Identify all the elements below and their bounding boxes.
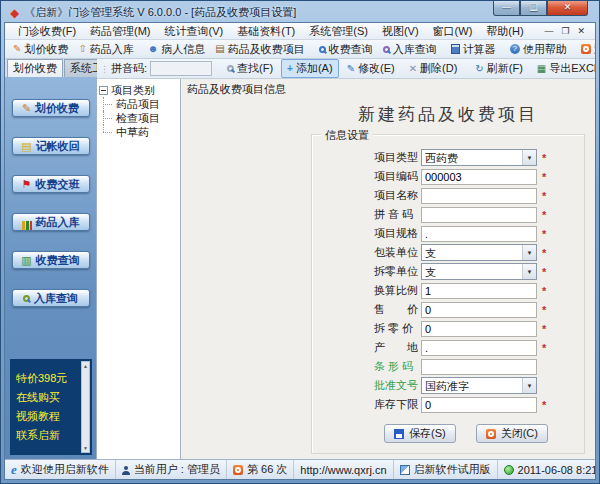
- minimize-button[interactable]: —: [493, 1, 520, 16]
- sidebar-charge-query-button[interactable]: ▥ 收费查询: [12, 251, 90, 269]
- scroll-up-icon[interactable]: ▲: [83, 363, 88, 369]
- item-type-select[interactable]: 西药费 ▼: [421, 149, 537, 166]
- mdi-minimize-button[interactable]: —: [544, 25, 553, 37]
- window-title: 《启新》门诊管理系统 V 6.0.0.0 - [药品及收费项目设置]: [24, 5, 296, 20]
- stock-lower-limit-input[interactable]: [421, 397, 537, 413]
- item-code-input[interactable]: [421, 169, 537, 185]
- sidebar-charge-shift-button[interactable]: ⚑ 收费交班: [12, 175, 90, 193]
- item-name-input[interactable]: [421, 188, 537, 204]
- menu-outpatient-charge[interactable]: 门诊收费(F): [11, 23, 83, 40]
- menu-window[interactable]: 窗口(W): [426, 23, 480, 40]
- toolbar-drug-charge-items-button[interactable]: ▤ 药品及收费项目: [210, 41, 309, 58]
- form-row: 批准文号 国药准字 ▼: [374, 376, 584, 395]
- status-website: http://www.qxrj.cn: [294, 460, 393, 479]
- promo-link-buy-online[interactable]: 在线购买: [16, 388, 78, 407]
- toolbar-grip: ⋮: [100, 64, 108, 74]
- retail-price-input[interactable]: [421, 321, 537, 337]
- save-button[interactable]: 保存(S): [384, 424, 456, 443]
- form-row: 拆 零 价 *: [374, 319, 584, 338]
- toolbar-help-button[interactable]: ? 使用帮助: [505, 41, 572, 58]
- menu-base-data[interactable]: 基础资料(T): [230, 23, 302, 40]
- pinyin-search-input[interactable]: [150, 61, 212, 76]
- chevron-down-icon[interactable]: ▼: [522, 245, 536, 260]
- promo-link-price[interactable]: 特价398元: [16, 369, 78, 388]
- tree-root-item[interactable]: 项目类别: [99, 83, 178, 97]
- toolbar-patient-info-button[interactable]: ☻ 病人信息: [143, 41, 211, 58]
- sidebar-pricing-charge-button[interactable]: ✎ 划价收费: [12, 99, 90, 117]
- promo-link-video-tutorial[interactable]: 视频教程: [16, 407, 78, 426]
- form-row: 项目编码 *: [374, 167, 584, 186]
- chevron-down-icon[interactable]: ▼: [522, 264, 536, 279]
- help-icon: ?: [510, 44, 520, 54]
- website-link[interactable]: http://www.qxrj.cn: [300, 464, 386, 476]
- sidebar-credit-recovery-button[interactable]: ▤ 记帐收回: [12, 137, 90, 155]
- required-asterisk: *: [542, 190, 546, 202]
- new-item-form: 新建药品及收费项目 信息设置 项目类型 西药费 ▼ *: [311, 103, 585, 454]
- close-button[interactable]: ✕: [547, 1, 588, 16]
- maximize-button[interactable]: ❑: [520, 1, 547, 16]
- chart-bars-icon: [22, 221, 32, 230]
- scroll-down-icon[interactable]: ▼: [83, 445, 88, 451]
- toolbar-inbound-query-button[interactable]: 入库查询: [378, 41, 442, 58]
- form-row: 库存下限 *: [374, 395, 584, 414]
- tree-item-exam[interactable]: 检查项目: [103, 111, 178, 125]
- chevron-down-icon[interactable]: ▼: [522, 378, 536, 393]
- sidebar-inbound-query-button[interactable]: 入库查询: [12, 289, 90, 307]
- catalog-book-icon: ▤: [215, 44, 224, 54]
- package-unit-select[interactable]: 支 ▼: [421, 244, 537, 261]
- toolbar-pricing-charge-button[interactable]: ✎ 划价收费: [8, 41, 73, 58]
- required-asterisk: *: [542, 209, 546, 221]
- tab-pricing-charge[interactable]: 划价收费: [7, 59, 63, 77]
- menu-help[interactable]: 帮助(H): [479, 23, 530, 40]
- chevron-down-icon[interactable]: ▼: [522, 150, 536, 165]
- form-row: 项目名称 *: [374, 186, 584, 205]
- promo-link-contact[interactable]: 联系启新: [16, 426, 78, 445]
- item-spec-input[interactable]: [421, 226, 537, 242]
- search-icon: [319, 46, 326, 53]
- required-asterisk: *: [542, 304, 546, 316]
- barcode-input[interactable]: [421, 359, 537, 375]
- sale-price-input[interactable]: [421, 302, 537, 318]
- approval-number-select[interactable]: 国药准字 ▼: [421, 377, 537, 394]
- export-excel-button[interactable]: ▦ 导出EXCEL: [531, 59, 596, 78]
- form-row: 产 地 *: [374, 338, 584, 357]
- search-icon: [23, 295, 30, 302]
- menu-view[interactable]: 视图(V): [375, 23, 426, 40]
- form-row: 条 形 码: [374, 357, 584, 376]
- info-settings-group: 信息设置 项目类型 西药费 ▼ *: [311, 134, 585, 454]
- origin-input[interactable]: [421, 340, 537, 356]
- pinyin-code-input[interactable]: [421, 207, 537, 223]
- mdi-close-button[interactable]: ✕: [577, 25, 585, 37]
- menu-system-management[interactable]: 系统管理(S): [302, 23, 375, 40]
- required-asterisk: *: [542, 228, 546, 240]
- menu-drug-management[interactable]: 药品管理(M): [83, 23, 158, 40]
- status-welcome: e 欢迎使用启新软件: [5, 460, 116, 479]
- find-button[interactable]: 查找(F): [221, 59, 279, 78]
- retail-unit-select[interactable]: 支 ▼: [421, 263, 537, 280]
- form-buttons: 保存(S) 关闭(C): [384, 424, 584, 443]
- mdi-restore-button[interactable]: ❐: [561, 25, 569, 37]
- tree-collapse-icon[interactable]: [99, 86, 108, 95]
- toolbar-calculator-button[interactable]: 计算器: [446, 41, 501, 58]
- edit-button[interactable]: ✎ 修改(E): [341, 59, 401, 78]
- form-row: 包装单位 支 ▼ *: [374, 243, 584, 262]
- tree-item-drug[interactable]: 药品项目: [103, 97, 178, 111]
- toolbar-charge-query-button[interactable]: 收费查询: [314, 41, 378, 58]
- status-current-user: 当前用户 : 管理员: [116, 460, 227, 479]
- menu-bar: 门诊收费(F) 药品管理(M) 统计查询(V) 基础资料(T) 系统管理(S) …: [5, 23, 595, 40]
- add-button[interactable]: + 添加(A): [281, 59, 339, 78]
- tree-item-herbal[interactable]: 中草药: [103, 125, 178, 139]
- promo-scrollbar[interactable]: ▲ ▼: [81, 361, 90, 453]
- main-toolbar: ✎ 划价收费 ⇧ 药品入库 ☻ 病人信息 ▤ 药品及收费项目 收费查询: [5, 40, 595, 59]
- delete-button[interactable]: ✕ 删除(D): [403, 59, 464, 78]
- sidebar-drug-inbound-button[interactable]: 药品入库: [12, 213, 90, 231]
- save-disk-icon: [394, 429, 404, 439]
- refresh-button[interactable]: ↻ 刷新(F): [469, 59, 528, 78]
- close-form-button[interactable]: 关闭(C): [476, 424, 548, 443]
- trial-edition-icon: [400, 465, 410, 475]
- toolbar-exit-button[interactable]: 退出系统: [576, 41, 596, 58]
- search-icon: [227, 65, 234, 72]
- menu-statistics-query[interactable]: 统计查询(V): [158, 23, 231, 40]
- toolbar-drug-inbound-button[interactable]: ⇧ 药品入库: [73, 41, 138, 58]
- conversion-ratio-input[interactable]: [421, 283, 537, 299]
